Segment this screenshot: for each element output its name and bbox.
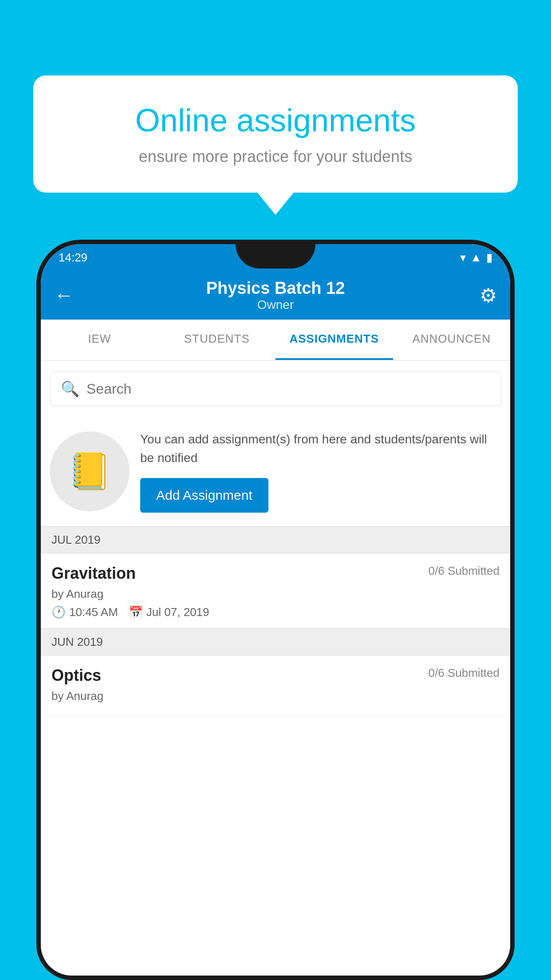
assignment-author-gravitation: by Anurag: [51, 587, 500, 601]
status-time: 14:29: [59, 251, 87, 265]
phone-frame: 14:29 ▾ ▲ ▮ ← Physics Batch 12 Owner ⚙ I…: [36, 240, 515, 980]
assignment-time-gravitation: 10:45 AM: [69, 605, 118, 619]
app-bar: ← Physics Batch 12 Owner ⚙: [41, 271, 510, 320]
search-icon: 🔍: [61, 380, 79, 398]
assignment-author-optics: by Anurag: [51, 689, 500, 703]
meta-time-gravitation: 🕐 10:45 AM: [51, 605, 118, 619]
tab-announcements[interactable]: ANNOUNCEN: [393, 320, 511, 360]
settings-button[interactable]: ⚙: [466, 284, 497, 307]
assignment-meta-gravitation: 🕐 10:45 AM 📅 Jul 07, 2019: [51, 605, 500, 619]
phone-inner: 14:29 ▾ ▲ ▮ ← Physics Batch 12 Owner ⚙ I…: [41, 244, 510, 976]
assignment-item-optics[interactable]: Optics 0/6 Submitted by Anurag: [41, 656, 510, 717]
assignment-item-header-optics: Optics 0/6 Submitted: [51, 666, 500, 685]
assignment-item-gravitation[interactable]: Gravitation 0/6 Submitted by Anurag 🕐 10…: [41, 553, 510, 628]
assignment-submitted-optics: 0/6 Submitted: [429, 666, 500, 680]
tab-iew[interactable]: IEW: [41, 320, 158, 360]
search-input[interactable]: [87, 381, 490, 397]
assignment-item-header: Gravitation 0/6 Submitted: [51, 564, 500, 583]
app-bar-subtitle: Owner: [85, 298, 466, 312]
tab-assignments[interactable]: ASSIGNMENTS: [276, 320, 393, 360]
search-bar[interactable]: 🔍: [50, 371, 501, 406]
status-icons: ▾ ▲ ▮: [460, 251, 492, 265]
assignment-icon-circle: 📒: [50, 431, 130, 511]
tab-students[interactable]: STUDENTS: [158, 320, 276, 360]
bubble-subtitle: ensure more practice for your students: [64, 147, 487, 166]
assignment-title-optics: Optics: [51, 666, 101, 685]
assignment-icon: 📒: [67, 450, 112, 492]
tabs: IEW STUDENTS ASSIGNMENTS ANNOUNCEN: [41, 320, 510, 361]
content-area: 🔍 📒 You can add assignment(s) from here …: [41, 361, 510, 968]
empty-state: 📒 You can add assignment(s) from here an…: [41, 417, 510, 526]
assignment-date-gravitation: Jul 07, 2019: [146, 605, 209, 619]
assignment-submitted-gravitation: 0/6 Submitted: [429, 564, 500, 578]
notch: [236, 244, 315, 269]
calendar-icon: 📅: [129, 605, 143, 619]
back-button[interactable]: ←: [54, 284, 85, 306]
app-bar-center: Physics Batch 12 Owner: [85, 279, 466, 312]
clock-icon: 🕐: [51, 605, 66, 619]
bubble-title: Online assignments: [64, 102, 487, 138]
meta-date-gravitation: 📅 Jul 07, 2019: [129, 605, 209, 619]
speech-bubble: Online assignments ensure more practice …: [33, 75, 518, 193]
empty-state-description: You can add assignment(s) from here and …: [140, 430, 501, 467]
status-bar: 14:29 ▾ ▲ ▮: [41, 244, 510, 271]
battery-icon: ▮: [486, 251, 492, 265]
section-jul-2019: JUL 2019: [41, 526, 510, 553]
section-jun-2019: JUN 2019: [41, 628, 510, 656]
wifi-icon: ▾: [460, 251, 466, 265]
empty-state-text: You can add assignment(s) from here and …: [140, 430, 501, 513]
app-bar-title: Physics Batch 12: [85, 279, 466, 298]
add-assignment-button[interactable]: Add Assignment: [140, 478, 268, 513]
assignment-title-gravitation: Gravitation: [51, 564, 136, 583]
signal-icon: ▲: [470, 251, 482, 265]
